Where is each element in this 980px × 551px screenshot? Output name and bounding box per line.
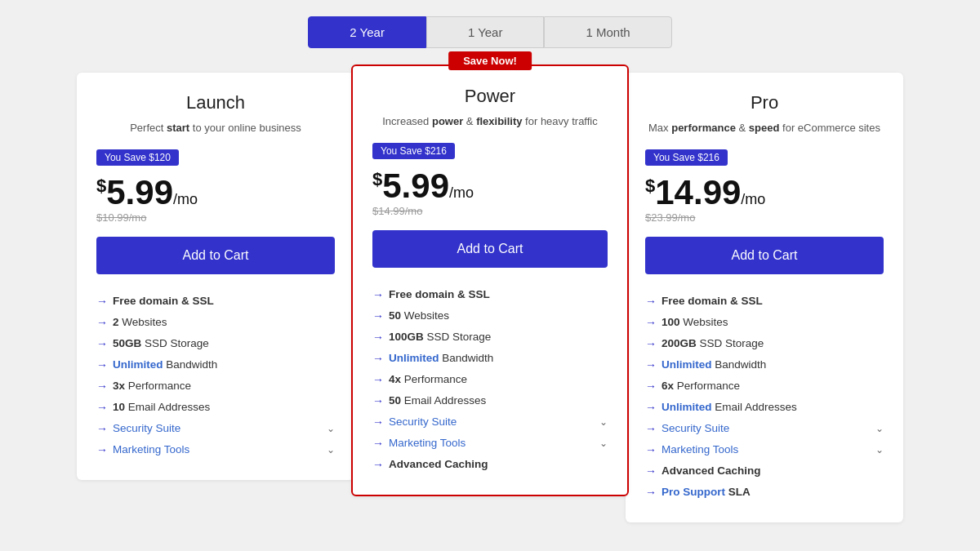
- plan-launch: Launch Perfect start to your online busi…: [77, 73, 354, 480]
- feature-storage: →50GB SSD Storage: [96, 333, 335, 354]
- plan-pro-title: Pro: [645, 92, 884, 113]
- chevron-icon: ⌄: [875, 444, 884, 455]
- billing-2year-button[interactable]: 2 Year: [308, 16, 426, 48]
- arrow-icon: →: [372, 352, 384, 365]
- feature-storage: →100GB SSD Storage: [372, 327, 608, 348]
- arrow-icon: →: [96, 401, 108, 414]
- plan-pro-currency: $: [645, 176, 655, 196]
- feature-storage: →200GB SSD Storage: [645, 333, 884, 354]
- chevron-icon: ⌄: [599, 416, 608, 428]
- plan-launch-subtitle: Perfect start to your online business: [96, 120, 335, 136]
- feature-websites: →100 Websites: [645, 312, 884, 333]
- plan-launch-currency: $: [96, 176, 106, 196]
- arrow-icon: →: [372, 373, 384, 386]
- feature-advanced-caching: →Advanced Caching: [372, 454, 608, 475]
- arrow-icon: →: [96, 316, 108, 329]
- arrow-icon: →: [645, 401, 657, 414]
- chevron-icon: ⌄: [599, 438, 608, 449]
- arrow-icon: →: [645, 443, 657, 456]
- plans-container: Launch Perfect start to your online busi…: [41, 73, 939, 522]
- plan-pro-original-price: $23.99/mo: [645, 211, 884, 224]
- plan-pro-features: →Free domain & SSL →100 Websites →200GB …: [645, 291, 884, 503]
- arrow-icon: →: [645, 464, 657, 478]
- plan-launch-price-block: $5.99/mo $10.99/mo: [96, 176, 335, 224]
- plan-power-title: Power: [372, 86, 608, 107]
- feature-pro-support: →Pro Support SLA: [645, 482, 884, 503]
- feature-performance: →3x Performance: [96, 375, 335, 397]
- plan-launch-per-mo: /mo: [173, 191, 198, 207]
- arrow-icon: →: [372, 288, 384, 301]
- plan-power-original-price: $14.99/mo: [372, 205, 608, 217]
- plan-pro-add-to-cart[interactable]: Add to Cart: [645, 237, 884, 274]
- arrow-icon: →: [645, 358, 657, 371]
- feature-free-domain-ssl: →Free domain & SSL: [372, 284, 608, 305]
- save-now-banner: Save Now!: [448, 51, 532, 70]
- arrow-icon: →: [372, 394, 384, 407]
- plan-pro: Pro Max performance & speed for eCommerc…: [626, 73, 903, 522]
- feature-email: →10 Email Addresses: [96, 397, 335, 418]
- arrow-icon: →: [645, 295, 657, 308]
- chevron-icon: ⌄: [875, 423, 884, 434]
- feature-security-suite[interactable]: →Security Suite⌄: [372, 411, 608, 433]
- plan-launch-original-price: $10.99/mo: [96, 211, 335, 224]
- feature-marketing-tools[interactable]: →Marketing Tools⌄: [96, 439, 335, 460]
- feature-marketing-tools[interactable]: →Marketing Tools⌄: [372, 433, 608, 454]
- plan-power: Save Now! Power Increased power & flexib…: [351, 64, 629, 496]
- chevron-icon: ⌄: [327, 423, 335, 434]
- arrow-icon: →: [96, 422, 108, 435]
- arrow-icon: →: [96, 295, 108, 308]
- feature-free-domain-ssl: →Free domain & SSL: [96, 291, 335, 312]
- feature-websites: →50 Websites: [372, 305, 608, 327]
- feature-bandwidth: →Unlimited Bandwidth: [645, 354, 884, 375]
- plan-launch-add-to-cart[interactable]: Add to Cart: [96, 237, 335, 274]
- plan-power-currency: $: [372, 169, 382, 189]
- chevron-icon: ⌄: [327, 444, 335, 455]
- arrow-icon: →: [372, 415, 384, 429]
- plan-power-price-block: $5.99/mo $14.99/mo: [372, 169, 608, 217]
- plan-power-per-mo: /mo: [449, 184, 474, 201]
- arrow-icon: →: [372, 309, 384, 322]
- arrow-icon: →: [96, 443, 108, 456]
- arrow-icon: →: [645, 486, 657, 499]
- arrow-icon: →: [645, 422, 657, 435]
- feature-free-domain-ssl: →Free domain & SSL: [645, 291, 884, 312]
- arrow-icon: →: [645, 337, 657, 350]
- plan-launch-price: $5.99/mo: [96, 176, 335, 210]
- plan-power-add-to-cart[interactable]: Add to Cart: [372, 230, 608, 268]
- feature-security-suite[interactable]: →Security Suite⌄: [645, 418, 884, 439]
- plan-power-features: →Free domain & SSL →50 Websites →100GB S…: [372, 284, 608, 475]
- plan-pro-savings-badge: You Save $216: [645, 149, 728, 166]
- feature-performance: →6x Performance: [645, 375, 884, 397]
- billing-toggle: 2 Year 1 Year 1 Month: [308, 16, 671, 48]
- arrow-icon: →: [645, 380, 657, 393]
- plan-power-price: $5.99/mo: [372, 169, 608, 203]
- plan-launch-features: →Free domain & SSL →2 Websites →50GB SSD…: [96, 291, 335, 460]
- plan-pro-subtitle: Max performance & speed for eCommerce si…: [645, 120, 884, 136]
- feature-email: →Unlimited Email Addresses: [645, 397, 884, 418]
- billing-1month-button[interactable]: 1 Month: [544, 16, 671, 48]
- feature-email: →50 Email Addresses: [372, 390, 608, 411]
- plan-pro-price: $14.99/mo: [645, 176, 884, 210]
- plan-power-subtitle: Increased power & flexibility for heavy …: [372, 113, 608, 130]
- plan-launch-title: Launch: [96, 92, 335, 113]
- arrow-icon: →: [96, 358, 108, 371]
- feature-security-suite[interactable]: →Security Suite⌄: [96, 418, 335, 439]
- feature-websites: →2 Websites: [96, 312, 335, 333]
- feature-bandwidth: →Unlimited Bandwidth: [96, 354, 335, 375]
- arrow-icon: →: [645, 316, 657, 329]
- arrow-icon: →: [372, 331, 384, 344]
- plan-launch-savings-badge: You Save $120: [96, 149, 179, 166]
- feature-advanced-caching: →Advanced Caching: [645, 460, 884, 482]
- billing-1year-button[interactable]: 1 Year: [426, 16, 545, 48]
- arrow-icon: →: [372, 437, 384, 450]
- arrow-icon: →: [372, 458, 384, 471]
- arrow-icon: →: [96, 337, 108, 350]
- feature-marketing-tools[interactable]: →Marketing Tools⌄: [645, 439, 884, 460]
- feature-performance: →4x Performance: [372, 369, 608, 390]
- plan-power-savings-badge: You Save $216: [372, 143, 455, 159]
- arrow-icon: →: [96, 380, 108, 393]
- plan-pro-price-block: $14.99/mo $23.99/mo: [645, 176, 884, 224]
- feature-bandwidth: →Unlimited Bandwidth: [372, 348, 608, 369]
- plan-pro-per-mo: /mo: [741, 191, 765, 207]
